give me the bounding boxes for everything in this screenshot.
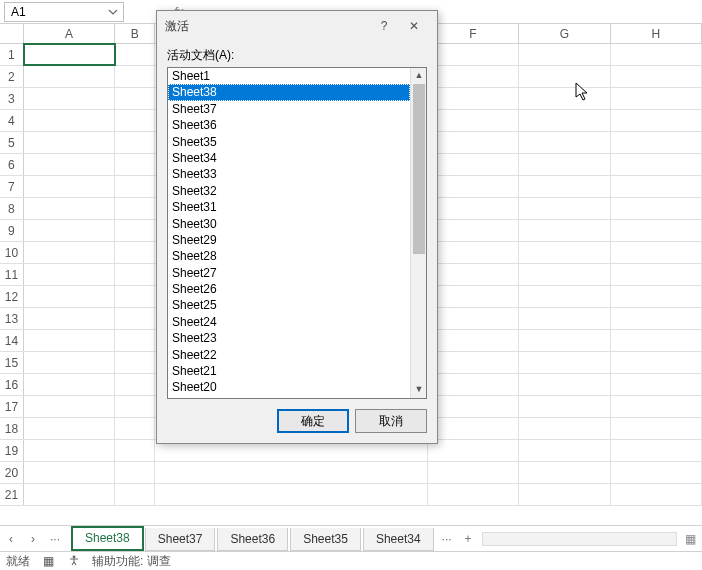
cell[interactable] — [519, 220, 610, 241]
listbox-item[interactable]: Sheet29 — [168, 232, 410, 248]
row-header[interactable]: 2 — [0, 66, 24, 87]
cell[interactable] — [519, 330, 610, 351]
cell[interactable] — [24, 418, 115, 439]
cell[interactable] — [24, 264, 115, 285]
cell[interactable] — [428, 308, 519, 329]
cell[interactable] — [519, 286, 610, 307]
cell[interactable] — [428, 440, 519, 461]
cell[interactable] — [115, 440, 155, 461]
cell[interactable] — [115, 396, 155, 417]
cell[interactable] — [24, 176, 115, 197]
cell[interactable] — [428, 66, 519, 87]
cell[interactable] — [611, 484, 702, 505]
listbox-item[interactable]: Sheet27 — [168, 265, 410, 281]
listbox-item[interactable]: Sheet21 — [168, 363, 410, 379]
cell[interactable] — [611, 352, 702, 373]
column-header[interactable]: A — [24, 24, 115, 43]
cell[interactable] — [24, 220, 115, 241]
chevron-down-icon[interactable] — [105, 5, 121, 19]
row-header[interactable]: 19 — [0, 440, 24, 461]
cell[interactable] — [611, 286, 702, 307]
cell[interactable] — [519, 132, 610, 153]
row-header[interactable]: 10 — [0, 242, 24, 263]
cell[interactable] — [519, 264, 610, 285]
cell[interactable] — [155, 484, 427, 505]
sheet-tab[interactable]: Sheet38 — [72, 527, 143, 551]
cell[interactable] — [115, 352, 155, 373]
cell[interactable] — [115, 44, 155, 65]
name-box[interactable]: A1 — [4, 2, 124, 22]
stats-icon[interactable]: ▦ — [40, 554, 56, 568]
cell[interactable] — [24, 132, 115, 153]
sheet-tab[interactable]: Sheet36 — [217, 528, 288, 551]
cell[interactable] — [115, 88, 155, 109]
help-button[interactable]: ? — [369, 14, 399, 38]
listbox-item[interactable]: Sheet23 — [168, 330, 410, 346]
cell[interactable] — [24, 110, 115, 131]
listbox-item[interactable]: Sheet32 — [168, 183, 410, 199]
cell[interactable] — [115, 110, 155, 131]
cell[interactable] — [115, 462, 155, 483]
accessibility-icon[interactable] — [66, 554, 82, 569]
cell[interactable] — [24, 88, 115, 109]
cell[interactable] — [115, 286, 155, 307]
cell[interactable] — [428, 330, 519, 351]
cell[interactable] — [611, 418, 702, 439]
scrollbar-thumb[interactable] — [413, 84, 425, 254]
listbox-item[interactable]: Sheet1 — [168, 68, 410, 84]
cell[interactable] — [24, 374, 115, 395]
listbox-item[interactable]: Sheet37 — [168, 101, 410, 117]
tab-nav-next[interactable]: › — [22, 532, 44, 546]
cell[interactable] — [24, 198, 115, 219]
cell[interactable] — [428, 418, 519, 439]
row-header[interactable]: 5 — [0, 132, 24, 153]
cell[interactable] — [24, 308, 115, 329]
listbox-item[interactable]: Sheet38 — [168, 84, 410, 100]
listbox-item[interactable]: Sheet33 — [168, 166, 410, 182]
row-header[interactable]: 7 — [0, 176, 24, 197]
ok-button[interactable]: 确定 — [277, 409, 349, 433]
listbox-item[interactable]: Sheet31 — [168, 199, 410, 215]
cell[interactable] — [115, 242, 155, 263]
cell[interactable] — [24, 396, 115, 417]
cell[interactable] — [428, 220, 519, 241]
cell[interactable] — [428, 484, 519, 505]
sheet-tab[interactable]: Sheet37 — [145, 528, 216, 551]
cell[interactable] — [24, 484, 115, 505]
sheet-tab[interactable]: Sheet35 — [290, 528, 361, 551]
listbox-item[interactable]: Sheet30 — [168, 216, 410, 232]
tab-nav-prev[interactable]: ‹ — [0, 532, 22, 546]
cell[interactable] — [519, 88, 610, 109]
row-header[interactable]: 15 — [0, 352, 24, 373]
cell[interactable] — [115, 176, 155, 197]
row-header[interactable]: 13 — [0, 308, 24, 329]
cell[interactable] — [611, 264, 702, 285]
cell[interactable] — [611, 242, 702, 263]
cell[interactable] — [519, 352, 610, 373]
row-header[interactable]: 3 — [0, 88, 24, 109]
close-button[interactable]: ✕ — [399, 14, 429, 38]
listbox-item[interactable]: Sheet36 — [168, 117, 410, 133]
cell[interactable] — [611, 198, 702, 219]
cell[interactable] — [115, 198, 155, 219]
cell[interactable] — [519, 396, 610, 417]
cell[interactable] — [24, 462, 115, 483]
cell[interactable] — [519, 242, 610, 263]
cell[interactable] — [24, 352, 115, 373]
cell[interactable] — [115, 154, 155, 175]
row-header[interactable]: 18 — [0, 418, 24, 439]
cell[interactable] — [519, 440, 610, 461]
listbox-item[interactable]: Sheet22 — [168, 347, 410, 363]
cell[interactable] — [611, 110, 702, 131]
listbox-item[interactable]: Sheet24 — [168, 314, 410, 330]
cell[interactable] — [519, 374, 610, 395]
cell[interactable] — [519, 66, 610, 87]
cell[interactable] — [519, 198, 610, 219]
scroll-down-arrow-icon[interactable]: ▼ — [411, 382, 427, 398]
cell[interactable] — [428, 44, 519, 65]
cell[interactable] — [519, 44, 610, 65]
cell[interactable] — [24, 330, 115, 351]
cell[interactable] — [24, 286, 115, 307]
row-header[interactable]: 4 — [0, 110, 24, 131]
cell[interactable] — [115, 418, 155, 439]
